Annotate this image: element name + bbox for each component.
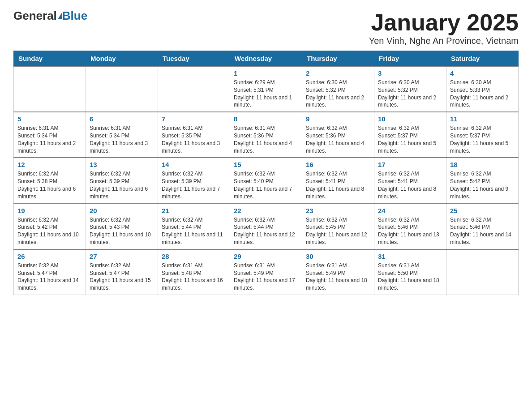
day-number: 9	[306, 115, 370, 123]
day-number: 8	[234, 115, 298, 123]
day-number: 1	[234, 69, 298, 77]
logo-blue-text: Blue	[62, 9, 87, 23]
calendar-cell: 22Sunrise: 6:32 AMSunset: 5:44 PMDayligh…	[230, 204, 302, 249]
day-number: 10	[378, 115, 442, 123]
day-info: Sunrise: 6:32 AMSunset: 5:37 PMDaylight:…	[450, 124, 515, 154]
calendar-table: SundayMondayTuesdayWednesdayThursdayFrid…	[13, 51, 519, 295]
day-info: Sunrise: 6:32 AMSunset: 5:42 PMDaylight:…	[450, 170, 515, 200]
day-number: 27	[90, 253, 154, 260]
day-number: 24	[378, 207, 442, 214]
calendar-cell: 17Sunrise: 6:32 AMSunset: 5:41 PMDayligh…	[374, 158, 446, 203]
day-info: Sunrise: 6:32 AMSunset: 5:46 PMDaylight:…	[450, 216, 515, 246]
day-info: Sunrise: 6:31 AMSunset: 5:34 PMDaylight:…	[90, 124, 154, 154]
day-number: 19	[17, 207, 82, 214]
calendar-cell: 29Sunrise: 6:31 AMSunset: 5:49 PMDayligh…	[230, 249, 302, 295]
day-info: Sunrise: 6:32 AMSunset: 5:36 PMDaylight:…	[306, 124, 370, 154]
weekday-header-sunday: Sunday	[14, 51, 86, 67]
day-number: 25	[450, 207, 515, 214]
location-text: Yen Vinh, Nghe An Province, Vietnam	[369, 36, 519, 46]
day-info: Sunrise: 6:32 AMSunset: 5:37 PMDaylight:…	[378, 124, 442, 154]
weekday-header-row: SundayMondayTuesdayWednesdayThursdayFrid…	[14, 51, 519, 67]
calendar-cell: 12Sunrise: 6:32 AMSunset: 5:38 PMDayligh…	[14, 158, 86, 203]
title-section: January 2025 Yen Vinh, Nghe An Province,…	[369, 9, 519, 46]
day-number: 4	[450, 69, 515, 77]
day-number: 12	[17, 161, 82, 168]
day-number: 2	[306, 69, 370, 77]
weekday-header-tuesday: Tuesday	[158, 51, 230, 67]
day-info: Sunrise: 6:32 AMSunset: 5:46 PMDaylight:…	[378, 216, 442, 246]
weekday-header-saturday: Saturday	[446, 51, 519, 67]
calendar-cell: 1Sunrise: 6:29 AMSunset: 5:31 PMDaylight…	[230, 66, 302, 112]
calendar-week-row: 19Sunrise: 6:32 AMSunset: 5:42 PMDayligh…	[14, 204, 519, 249]
day-number: 18	[450, 161, 515, 168]
logo-general-text: General	[13, 9, 57, 23]
calendar-cell: 28Sunrise: 6:31 AMSunset: 5:48 PMDayligh…	[158, 249, 230, 295]
day-number: 3	[378, 69, 442, 77]
calendar-cell: 16Sunrise: 6:32 AMSunset: 5:41 PMDayligh…	[302, 158, 374, 203]
weekday-header-wednesday: Wednesday	[230, 51, 302, 67]
day-number: 7	[162, 115, 226, 123]
day-info: Sunrise: 6:32 AMSunset: 5:38 PMDaylight:…	[17, 170, 82, 200]
day-info: Sunrise: 6:30 AMSunset: 5:32 PMDaylight:…	[306, 79, 370, 109]
day-info: Sunrise: 6:32 AMSunset: 5:44 PMDaylight:…	[162, 216, 226, 246]
day-info: Sunrise: 6:31 AMSunset: 5:49 PMDaylight:…	[306, 262, 370, 292]
calendar-week-row: 26Sunrise: 6:32 AMSunset: 5:47 PMDayligh…	[14, 249, 519, 295]
calendar-cell: 27Sunrise: 6:32 AMSunset: 5:47 PMDayligh…	[86, 249, 158, 295]
calendar-cell: 24Sunrise: 6:32 AMSunset: 5:46 PMDayligh…	[374, 204, 446, 249]
day-info: Sunrise: 6:32 AMSunset: 5:40 PMDaylight:…	[234, 170, 298, 200]
day-info: Sunrise: 6:32 AMSunset: 5:44 PMDaylight:…	[234, 216, 298, 246]
calendar-week-row: 1Sunrise: 6:29 AMSunset: 5:31 PMDaylight…	[14, 66, 519, 112]
day-number: 23	[306, 207, 370, 214]
day-info: Sunrise: 6:30 AMSunset: 5:32 PMDaylight:…	[378, 79, 442, 109]
day-number: 17	[378, 161, 442, 168]
calendar-cell: 20Sunrise: 6:32 AMSunset: 5:43 PMDayligh…	[86, 204, 158, 249]
calendar-cell: 10Sunrise: 6:32 AMSunset: 5:37 PMDayligh…	[374, 112, 446, 158]
day-info: Sunrise: 6:31 AMSunset: 5:35 PMDaylight:…	[162, 124, 226, 154]
calendar-cell: 13Sunrise: 6:32 AMSunset: 5:39 PMDayligh…	[86, 158, 158, 203]
calendar-week-row: 12Sunrise: 6:32 AMSunset: 5:38 PMDayligh…	[14, 158, 519, 203]
day-number: 26	[17, 253, 82, 260]
day-info: Sunrise: 6:30 AMSunset: 5:33 PMDaylight:…	[450, 79, 515, 109]
weekday-header-thursday: Thursday	[302, 51, 374, 67]
calendar-cell	[14, 66, 86, 112]
day-number: 6	[90, 115, 154, 123]
day-info: Sunrise: 6:32 AMSunset: 5:39 PMDaylight:…	[90, 170, 154, 200]
day-number: 20	[90, 207, 154, 214]
day-info: Sunrise: 6:32 AMSunset: 5:47 PMDaylight:…	[17, 262, 82, 292]
day-number: 13	[90, 161, 154, 168]
day-number: 28	[162, 253, 226, 260]
month-title: January 2025	[369, 9, 519, 36]
calendar-cell: 8Sunrise: 6:31 AMSunset: 5:36 PMDaylight…	[230, 112, 302, 158]
day-number: 21	[162, 207, 226, 214]
calendar-cell: 2Sunrise: 6:30 AMSunset: 5:32 PMDaylight…	[302, 66, 374, 112]
day-info: Sunrise: 6:32 AMSunset: 5:41 PMDaylight:…	[378, 170, 442, 200]
day-info: Sunrise: 6:32 AMSunset: 5:41 PMDaylight:…	[306, 170, 370, 200]
day-number: 22	[234, 207, 298, 214]
calendar-cell	[158, 66, 230, 112]
calendar-cell: 9Sunrise: 6:32 AMSunset: 5:36 PMDaylight…	[302, 112, 374, 158]
page-header: General Blue January 2025 Yen Vinh, Nghe…	[13, 9, 519, 46]
calendar-cell: 31Sunrise: 6:31 AMSunset: 5:50 PMDayligh…	[374, 249, 446, 295]
weekday-header-friday: Friday	[374, 51, 446, 67]
day-number: 29	[234, 253, 298, 260]
calendar-cell: 3Sunrise: 6:30 AMSunset: 5:32 PMDaylight…	[374, 66, 446, 112]
day-info: Sunrise: 6:31 AMSunset: 5:34 PMDaylight:…	[17, 124, 82, 154]
calendar-cell: 26Sunrise: 6:32 AMSunset: 5:47 PMDayligh…	[14, 249, 86, 295]
calendar-cell: 4Sunrise: 6:30 AMSunset: 5:33 PMDaylight…	[446, 66, 519, 112]
logo: General Blue	[13, 9, 87, 23]
calendar-cell: 11Sunrise: 6:32 AMSunset: 5:37 PMDayligh…	[446, 112, 519, 158]
day-number: 31	[378, 253, 442, 260]
day-info: Sunrise: 6:31 AMSunset: 5:36 PMDaylight:…	[234, 124, 298, 154]
calendar-cell: 6Sunrise: 6:31 AMSunset: 5:34 PMDaylight…	[86, 112, 158, 158]
day-number: 14	[162, 161, 226, 168]
day-info: Sunrise: 6:31 AMSunset: 5:48 PMDaylight:…	[162, 262, 226, 292]
calendar-week-row: 5Sunrise: 6:31 AMSunset: 5:34 PMDaylight…	[14, 112, 519, 158]
calendar-cell: 23Sunrise: 6:32 AMSunset: 5:45 PMDayligh…	[302, 204, 374, 249]
calendar-cell	[86, 66, 158, 112]
calendar-cell: 19Sunrise: 6:32 AMSunset: 5:42 PMDayligh…	[14, 204, 86, 249]
day-info: Sunrise: 6:32 AMSunset: 5:42 PMDaylight:…	[17, 216, 82, 246]
day-info: Sunrise: 6:31 AMSunset: 5:50 PMDaylight:…	[378, 262, 442, 292]
calendar-cell: 7Sunrise: 6:31 AMSunset: 5:35 PMDaylight…	[158, 112, 230, 158]
day-info: Sunrise: 6:31 AMSunset: 5:49 PMDaylight:…	[234, 262, 298, 292]
calendar-cell: 21Sunrise: 6:32 AMSunset: 5:44 PMDayligh…	[158, 204, 230, 249]
